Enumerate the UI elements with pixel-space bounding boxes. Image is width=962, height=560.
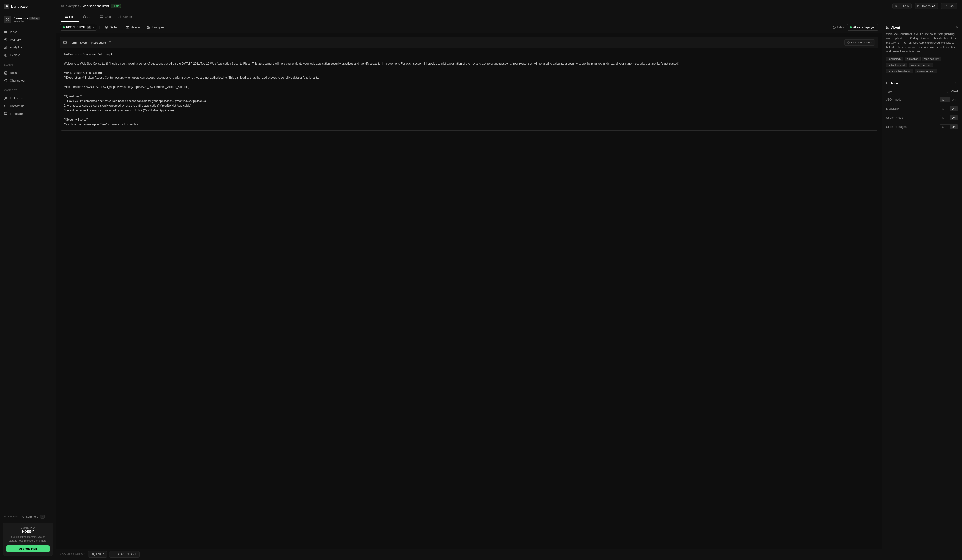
upgrade-button[interactable]: Upgrade Plan [6, 545, 50, 552]
svg-rect-58 [886, 26, 889, 29]
stream-off-option[interactable]: OFF [940, 116, 950, 120]
svg-rect-32 [119, 17, 119, 18]
about-section: About ✎ Web-Sec-Consultant is your guide… [883, 22, 962, 77]
svg-point-55 [113, 554, 114, 554]
moderation-toggle[interactable]: OFF ON [939, 106, 959, 111]
sidebar-item-docs[interactable]: Docs [0, 69, 56, 77]
tab-usage[interactable]: Usage [115, 12, 136, 22]
prompt-card-header: Prompt: System Instructions Compare Vers… [60, 37, 878, 48]
user-icon [92, 553, 95, 556]
json-off-option[interactable]: OFF [940, 97, 950, 102]
stream-toggle[interactable]: OFF ON [939, 115, 959, 121]
svg-rect-31 [100, 15, 103, 17]
tab-chat[interactable]: Chat [96, 12, 115, 22]
tag-education[interactable]: education [905, 56, 921, 61]
meta-header: Meta ⓘ [886, 81, 958, 85]
compare-versions-button[interactable]: Compare Versions [844, 40, 875, 45]
sidebar-item-follow-us[interactable]: Follow us [0, 95, 56, 102]
sidebar-item-label: Explore [10, 53, 20, 57]
moderation-label: Moderation [886, 107, 900, 110]
feedback-icon [4, 112, 8, 116]
svg-rect-4 [5, 47, 5, 48]
tag-owasp-web-sec[interactable]: owasp-web-sec [915, 69, 937, 73]
ai-message-button[interactable]: AI ASSISTANT [109, 551, 140, 558]
edit-about-button[interactable]: ✎ [956, 26, 958, 29]
svg-point-56 [115, 554, 115, 554]
svg-rect-48 [64, 41, 66, 44]
sidebar-item-changelog[interactable]: Changelog [0, 77, 56, 84]
sidebar-item-explore[interactable]: Explore [0, 51, 56, 59]
workspace-selector[interactable]: ⌘ Examples Hobby examples ⌃ [0, 13, 56, 26]
memory-toolbar-icon [126, 26, 129, 29]
breadcrumb-parent[interactable]: examples [66, 4, 79, 8]
svg-rect-51 [109, 42, 111, 44]
start-here[interactable]: ⌘ LANGBASE Yo! Start here » [0, 513, 56, 520]
svg-rect-28 [65, 17, 68, 18]
json-mode-toggle[interactable]: OFF ON [939, 97, 959, 102]
sidebar-item-analytics[interactable]: Analytics [0, 43, 56, 51]
tag-critical-sec-bot[interactable]: critical-sec-bot [886, 63, 907, 67]
meta-type-row: Type CHAT [886, 88, 958, 95]
tag-ai-security-web-app[interactable]: ai-security-web-app [886, 69, 914, 73]
tag-web-app-sec-bot[interactable]: web-app-sec-bot [909, 63, 933, 67]
svg-point-57 [115, 554, 116, 554]
json-mode-label: JSON mode [886, 98, 901, 101]
store-on-option[interactable]: ON [950, 125, 958, 129]
stream-on-option[interactable]: ON [950, 116, 958, 120]
svg-rect-17 [5, 105, 7, 107]
tag-web-security[interactable]: web-security [922, 56, 941, 61]
mod-off-option[interactable]: OFF [940, 106, 950, 111]
upgrade-desc: Get unlimited memory, vector storage, lo… [6, 535, 50, 542]
sidebar-item-contact-us[interactable]: Contact us [0, 102, 56, 110]
tab-pipe[interactable]: Pipe [61, 12, 79, 22]
breadcrumb-current: web-sec-consultant [82, 4, 109, 8]
user-message-button[interactable]: USER [88, 551, 107, 558]
production-button[interactable]: PRODUCTION v1 ▾ [60, 24, 97, 31]
svg-point-36 [106, 27, 107, 28]
about-icon [886, 26, 889, 29]
about-title: About [886, 26, 900, 29]
workspace-name: Examples Hobby [14, 16, 47, 20]
svg-rect-5 [5, 47, 6, 49]
prompt-card: Prompt: System Instructions Compare Vers… [60, 37, 878, 130]
analytics-icon [4, 46, 8, 49]
add-msg-label: ADD MESSAGE BY [60, 553, 85, 556]
sidebar-item-memory[interactable]: Memory [0, 36, 56, 43]
mod-on-option[interactable]: ON [950, 106, 958, 111]
meta-title: Meta [886, 81, 898, 85]
json-on-option[interactable]: ON [950, 97, 958, 102]
docs-icon [4, 71, 8, 74]
sidebar-item-pipes[interactable]: Pipes [0, 28, 56, 36]
examples-button[interactable]: Examples [145, 24, 166, 31]
deployed-dot [850, 26, 852, 28]
tag-technology[interactable]: technology [886, 56, 903, 61]
latest-label: Latest [833, 26, 845, 29]
meta-json-row: JSON mode OFF ON [886, 95, 958, 104]
model-icon [105, 26, 108, 29]
ai-icon [113, 553, 116, 556]
svg-rect-62 [947, 90, 950, 92]
prompt-body[interactable]: ### Web-Sec-Consultant Bot Prompt Welcom… [60, 48, 878, 130]
svg-point-23 [945, 5, 945, 5]
sidebar-item-feedback[interactable]: Feedback [0, 110, 56, 117]
store-off-option[interactable]: OFF [940, 125, 950, 129]
api-tab-icon: </> [83, 15, 86, 18]
svg-rect-1 [5, 32, 7, 33]
svg-point-52 [847, 41, 850, 44]
memory-icon [4, 38, 8, 41]
content-area: PRODUCTION v1 ▾ | GPT-4o Memory Examples [56, 22, 962, 560]
upgrade-plan-label: Current Plan [6, 526, 50, 529]
tab-api[interactable]: </> API [79, 12, 96, 22]
tags-row: technology education web-security critic… [886, 56, 958, 73]
model-button[interactable]: GPT-4o [102, 24, 121, 31]
sidebar-logo[interactable]: ⌘ Langbase [0, 0, 56, 13]
deployed-button[interactable]: Already Deployed [847, 24, 878, 31]
fork-button[interactable]: Fork [941, 3, 957, 9]
svg-point-3 [5, 39, 6, 40]
store-toggle[interactable]: OFF ON [939, 124, 959, 129]
memory-button[interactable]: Memory [124, 24, 143, 31]
meta-info-icon: ⓘ [956, 81, 958, 85]
center-panel: PRODUCTION v1 ▾ | GPT-4o Memory Examples [56, 22, 883, 560]
sidebar-item-label: Changelog [10, 79, 24, 82]
tokens-value: 4K [932, 5, 936, 8]
